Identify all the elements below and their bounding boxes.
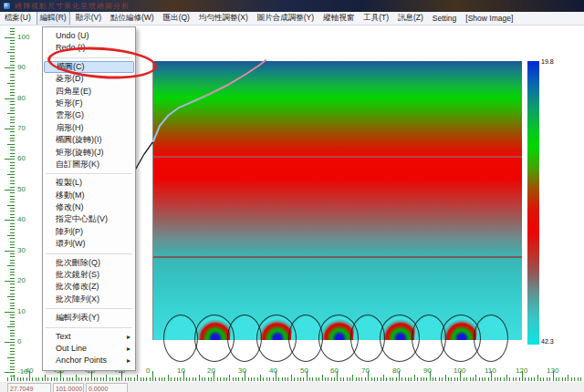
- context-menu-item[interactable]: 複製(L): [44, 177, 134, 189]
- ruler-number: 60: [17, 155, 26, 162]
- ruler-tick: [377, 377, 378, 381]
- context-menu-item-ellipse[interactable]: 橢圓(C): [44, 61, 134, 73]
- ruler-tick: [67, 377, 68, 381]
- ruler-tick: [479, 377, 480, 381]
- ruler-tick: [7, 113, 15, 114]
- ruler-tick: [242, 377, 243, 381]
- context-menu-item[interactable]: Text▸: [44, 331, 134, 343]
- ruler-tick: [103, 377, 104, 381]
- menubar-item-2[interactable]: 顯示(V): [72, 12, 105, 26]
- ruler-tick: [402, 377, 402, 381]
- ruler-tick: [10, 305, 15, 306]
- context-menu-item[interactable]: 橢圓(旋轉)(I): [44, 134, 134, 146]
- ruler-tick: [309, 377, 310, 381]
- ruler-tick: [352, 375, 353, 381]
- ruler-tick: [10, 56, 15, 57]
- context-menu-item[interactable]: 雲形(G): [44, 109, 134, 121]
- ruler-tick: [10, 269, 15, 270]
- context-menu-item[interactable]: 環列(W): [44, 238, 134, 250]
- ruler-tick: [10, 335, 15, 336]
- context-menu-item[interactable]: 批次陣列(X): [44, 294, 134, 305]
- context-menu-item[interactable]: 編輯列表(Y): [44, 312, 134, 324]
- ruler-tick: [38, 377, 39, 381]
- ruler-tick: [10, 187, 15, 188]
- context-menu-item[interactable]: 指定中心點(V): [44, 213, 134, 225]
- menubar-item-7[interactable]: 縱軸視窗: [319, 12, 358, 26]
- ruler-tick: [5, 220, 15, 221]
- context-menu-item[interactable]: 批次刪除(Q): [44, 257, 134, 269]
- menubar-item-10[interactable]: Setting: [429, 12, 460, 25]
- context-menu-item[interactable]: 矩形(F): [44, 98, 134, 109]
- ruler-tick: [488, 377, 489, 381]
- ruler-tick: [11, 377, 12, 381]
- ruler-tick: [23, 377, 24, 381]
- context-menu-item[interactable]: 批次鏡射(S): [44, 269, 134, 281]
- ruler-tick: [162, 377, 162, 381]
- ruler-tick: [543, 377, 544, 381]
- ruler-tick: [7, 235, 15, 236]
- menubar-item-9[interactable]: 訊息(Z): [394, 12, 427, 26]
- context-menu-item[interactable]: 批次修改(Z): [44, 281, 134, 293]
- ruler-tick: [285, 377, 286, 381]
- ruler-tick: [97, 377, 98, 381]
- ruler-tick: [5, 190, 15, 191]
- menubar-item-0[interactable]: 檔案(U): [1, 12, 35, 26]
- ruler-tick: [5, 251, 15, 252]
- context-menu-item[interactable]: Redo (I): [44, 42, 134, 54]
- status-bar: 27.7049101.00000.0000: [0, 382, 584, 392]
- ruler-tick: [10, 360, 15, 361]
- ruler-tick: [233, 377, 234, 381]
- ruler-tick: [374, 377, 375, 381]
- ruler-tick: [51, 377, 52, 381]
- context-menu-item[interactable]: 陣列(P): [44, 226, 134, 238]
- ruler-tick: [78, 377, 79, 381]
- context-menu-item[interactable]: 扇形(H): [44, 122, 134, 134]
- ruler-tick: [5, 98, 15, 99]
- menubar-item-6[interactable]: 圖片合成調整(Y): [254, 12, 318, 26]
- ruler-tick: [10, 339, 15, 340]
- ruler-tick: [260, 375, 261, 381]
- ruler-tick: [254, 377, 255, 381]
- ruler-tick: [497, 377, 498, 381]
- ruler-tick: [414, 375, 415, 381]
- ruler-tick: [423, 377, 424, 381]
- menubar-item-1[interactable]: 編輯(R): [36, 12, 70, 26]
- ruler-tick: [392, 377, 393, 381]
- ruler-tick: [69, 377, 70, 381]
- context-menu-item[interactable]: Anchor Points▸: [44, 355, 134, 366]
- ruler-tick: [10, 92, 15, 93]
- ruler-tick: [20, 377, 21, 381]
- context-menu-item[interactable]: 菱形(D): [44, 73, 134, 85]
- menubar-item-11[interactable]: [Show Image]: [462, 12, 516, 25]
- context-menu-item[interactable]: 修改(N): [44, 201, 134, 213]
- ruler-tick: [10, 43, 15, 44]
- context-menu-item[interactable]: 自訂圖形(K): [44, 159, 134, 170]
- context-menu-item[interactable]: Out Line▸: [44, 343, 134, 355]
- ruler-number: 100: [17, 34, 29, 41]
- menubar-item-8[interactable]: 工具(T): [360, 12, 392, 26]
- ruler-tick: [10, 74, 15, 75]
- context-menu-item[interactable]: 四角星(E): [44, 86, 134, 98]
- menubar-item-5[interactable]: 均勻性調整(X): [195, 12, 252, 26]
- ruler-tick: [10, 324, 15, 325]
- ruler-tick: [26, 377, 27, 381]
- ruler-tick: [282, 377, 283, 381]
- context-menu-item[interactable]: 矩形(旋轉)(J): [44, 147, 134, 159]
- context-menu-item[interactable]: Undo (U): [44, 30, 134, 42]
- ruler-tick: [125, 377, 126, 381]
- ruler-tick: [10, 299, 15, 300]
- ruler-tick: [580, 377, 581, 381]
- context-menu-item[interactable]: 移動(M): [44, 190, 134, 201]
- ruler-tick: [303, 377, 304, 381]
- menubar-item-4[interactable]: 匯出(Q): [160, 12, 193, 26]
- ruler-tick: [10, 369, 15, 370]
- ruler-tick: [150, 377, 151, 381]
- menubar-item-3[interactable]: 點位編修(W): [107, 12, 158, 26]
- ruler-tick: [10, 162, 15, 163]
- heatmap-canvas[interactable]: [152, 61, 522, 340]
- ruler-tick: [10, 274, 15, 275]
- ruler-tick: [208, 377, 209, 381]
- submenu-arrow-icon: ▸: [127, 331, 130, 343]
- ruler-tick: [10, 242, 15, 242]
- ruler-tick: [10, 201, 15, 202]
